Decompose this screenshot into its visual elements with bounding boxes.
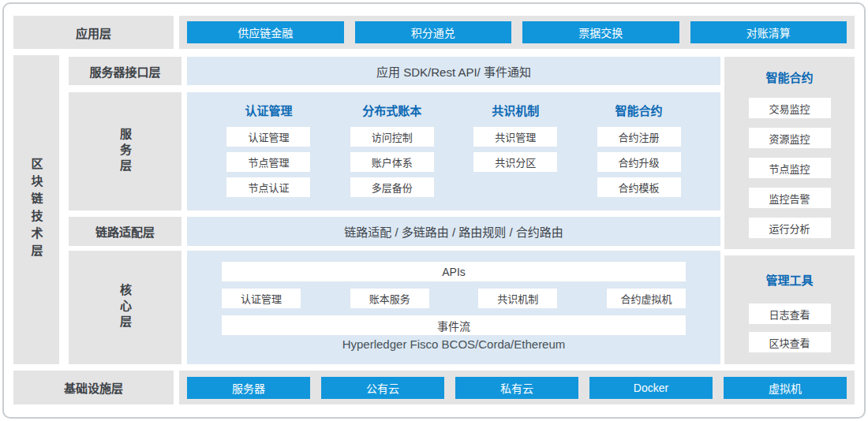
service-item: 合约升级: [597, 152, 681, 172]
smart-contract-monitor-panel: 智能合约 交易监控 资源监控 节点监控 监控告警 运行分析: [724, 57, 855, 249]
tool-item: 区块查看: [749, 332, 831, 352]
service-column-consensus: 共识机制 共识管理 共识分区: [473, 102, 557, 210]
core-module: 账本服务: [350, 289, 429, 308]
side-panel-header: 管理工具: [765, 271, 813, 288]
app-block-supply-chain-finance: 供应链金融: [187, 21, 344, 43]
service-item: 节点管理: [226, 152, 310, 172]
monitor-item: 交易监控: [749, 98, 831, 118]
monitor-item: 监控告警: [749, 188, 831, 208]
tool-item: 日志查看: [749, 304, 831, 324]
monitor-item: 运行分析: [749, 218, 831, 238]
blockchain-tech-layer-label: 区块链技术层: [31, 158, 43, 262]
management-tools-panel: 管理工具 日志查看 区块查看: [724, 255, 855, 364]
service-layer-panel: 认证管理 认证管理 节点管理 节点认证 分布式账本 访问控制 账户体系 多层备份…: [187, 92, 720, 210]
core-modules-row: 认证管理 账本服务 共识机制 合约虚拟机: [222, 289, 686, 308]
service-layer-label-box: 服务层: [69, 92, 181, 210]
core-event-stream-bar: 事件流: [222, 315, 686, 335]
link-layer-label: 链路适配层: [69, 217, 181, 246]
service-item: 共识管理: [473, 127, 557, 147]
interface-layer-label: 服务器接口层: [69, 57, 181, 85]
infra-layer-label: 基础设施层: [13, 371, 174, 404]
infra-block-vm: 虚拟机: [724, 377, 847, 399]
core-module: 共识机制: [478, 289, 557, 308]
core-layer-panel: APIs 认证管理 账本服务 共识机制 合约虚拟机 事件流 Hyperledge…: [187, 251, 720, 364]
infra-block-public-cloud: 公有云: [321, 377, 444, 399]
core-module: 合约虚拟机: [607, 289, 686, 308]
service-column-header: 共识机制: [473, 102, 557, 117]
service-column-auth: 认证管理 认证管理 节点管理 节点认证: [226, 102, 310, 210]
side-panel-header: 智能合约: [765, 69, 813, 85]
service-column-header: 分布式账本: [350, 102, 434, 117]
service-column-header: 智能合约: [597, 102, 681, 117]
infra-layer-button-row: 服务器 公有云 私有云 Docker 虚拟机: [179, 371, 855, 404]
core-platforms-text: Hyperledger Fisco BCOS/Corda/Ethereum: [222, 337, 686, 351]
core-layer-label: 核心层: [119, 284, 131, 331]
blockchain-architecture-diagram: 应用层 供应链金融 积分通兑 票据交换 对账清算 区块链技术层 服务器接口层 服…: [0, 0, 868, 421]
monitor-item: 资源监控: [749, 128, 831, 148]
app-layer-button-row: 供应链金融 积分通兑 票据交换 对账清算: [179, 16, 855, 49]
core-module: 认证管理: [222, 289, 301, 308]
infra-block-private-cloud: 私有云: [455, 377, 578, 399]
service-item: 认证管理: [226, 127, 310, 147]
app-layer-label: 应用层: [13, 16, 174, 49]
monitor-item: 节点监控: [749, 158, 831, 178]
service-column-header: 认证管理: [226, 102, 310, 117]
core-apis-bar: APIs: [222, 262, 686, 281]
service-layer-label: 服务层: [119, 128, 131, 175]
infra-block-server: 服务器: [187, 377, 310, 399]
service-item: 共识分区: [473, 152, 557, 172]
app-block-reconciliation: 对账清算: [690, 21, 847, 43]
service-item: 合约注册: [597, 127, 681, 147]
core-layer-label-box: 核心层: [69, 251, 181, 364]
service-column-ledger: 分布式账本 访问控制 账户体系 多层备份: [350, 102, 434, 210]
infra-block-docker: Docker: [589, 377, 713, 399]
service-item: 访问控制: [350, 127, 434, 147]
service-item: 多层备份: [350, 177, 434, 197]
service-item: 合约模板: [597, 177, 681, 197]
service-column-smart-contract: 智能合约 合约注册 合约升级 合约模板: [597, 102, 681, 210]
app-block-points-exchange: 积分通兑: [355, 21, 512, 43]
sdk-api-bar: 应用 SDK/Rest API/ 事件通知: [187, 57, 720, 85]
service-item: 节点认证: [226, 177, 310, 197]
app-block-bill-exchange: 票据交换: [522, 21, 679, 43]
blockchain-tech-layer-bar: 区块链技术层: [13, 55, 59, 364]
link-adapter-bar: 链路适配 / 多链路由 / 路由规则 / 合约路由: [187, 217, 720, 246]
service-item: 账户体系: [350, 152, 434, 172]
